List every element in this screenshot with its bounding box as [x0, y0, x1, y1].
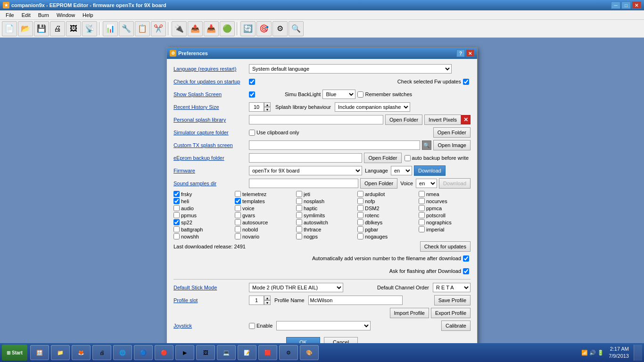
menu-help[interactable]: Help [79, 10, 97, 20]
menu-edit[interactable]: Edit [18, 10, 34, 20]
fw-checkbox-ppmca[interactable] [419, 205, 425, 211]
firmware-download-btn[interactable]: Download [414, 165, 446, 176]
invert-pixels-btn[interactable]: Invert Pixels [424, 115, 461, 125]
ask-flashing-checkbox[interactable] [463, 268, 469, 274]
simulator-open-folder-btn[interactable]: Open Folder [433, 127, 471, 138]
taskbar-app-word[interactable]: 📝 [238, 345, 256, 360]
toolbar-search[interactable]: 🔍 [289, 21, 304, 36]
calibrate-btn[interactable]: Calibrate [441, 321, 471, 331]
show-splash-checkbox[interactable] [249, 91, 255, 98]
profile-name-input[interactable] [308, 296, 403, 305]
toolbar-connect[interactable]: 🔌 [172, 21, 187, 36]
custom-tx-browse-btn[interactable]: 🔍 [422, 140, 431, 150]
firmware-lang-select[interactable]: en fr de [391, 166, 412, 175]
toolbar-splash[interactable]: 🖼 [66, 21, 81, 36]
toolbar-download-fw[interactable]: 📥 [204, 21, 219, 36]
fw-checkbox-jeti[interactable] [296, 191, 302, 197]
check-updates-btn[interactable]: Check for updates [420, 241, 471, 252]
taskbar-clock[interactable]: 2:17 AM 7/9/2013 [609, 346, 629, 360]
toolbar-save[interactable]: 💾 [34, 21, 49, 36]
fw-checkbox-autosource[interactable] [235, 219, 241, 225]
fw-checkbox-nocurves[interactable] [419, 198, 425, 204]
show-desktop-btn[interactable] [634, 345, 642, 361]
fw-checkbox-battgraph[interactable] [173, 226, 180, 232]
profile-spin-up[interactable]: ▲ [264, 296, 271, 300]
personal-splash-input[interactable] [249, 115, 383, 124]
fw-checkbox-nofp[interactable] [357, 198, 363, 204]
profile-number-input[interactable] [249, 296, 264, 305]
taskbar-app-explorer[interactable]: 🪟 [30, 345, 49, 360]
sound-samples-input[interactable] [249, 179, 358, 188]
fw-checkbox-autoswitch[interactable] [296, 219, 302, 225]
toolbar-clipboard[interactable]: 📋 [135, 21, 150, 36]
taskbar-app-chrome[interactable]: 🌐 [113, 345, 132, 360]
fw-checkbox-audio[interactable] [173, 205, 180, 211]
fw-checkbox-nogps[interactable] [296, 233, 302, 239]
channel-order-select[interactable]: R E T A T E R A [433, 283, 471, 292]
toolbar-simulate[interactable]: 🔄 [240, 21, 256, 36]
toolbar-green[interactable]: 🟢 [220, 21, 235, 36]
toolbar-upload[interactable]: 📤 [188, 21, 203, 36]
export-profile-btn[interactable]: Export Profile [431, 308, 471, 318]
toolbar-table[interactable]: 📊 [103, 21, 118, 36]
firmware-select[interactable]: openTx for 9X board openTx for 9X+ openT… [249, 166, 362, 175]
fw-checkbox-nosplash[interactable] [296, 198, 302, 204]
fw-checkbox-nmea[interactable] [419, 191, 425, 197]
joystick-select[interactable] [276, 321, 371, 330]
toolbar-open[interactable]: 📂 [18, 21, 33, 36]
remember-switches-checkbox[interactable] [357, 91, 363, 98]
dialog-close-button[interactable]: ✕ [466, 49, 474, 57]
toolbar-wrench[interactable]: 🔧 [119, 21, 134, 36]
spin-up[interactable]: ▲ [264, 102, 271, 107]
import-profile-btn[interactable]: Import Profile [390, 308, 429, 318]
fw-checkbox-ardupilot[interactable] [357, 191, 363, 197]
taskbar-app-acrobat[interactable]: 🔴 [155, 345, 173, 360]
fw-checkbox-potscroll[interactable] [419, 212, 425, 218]
taskbar-app-hp[interactable]: 🖨 [92, 345, 111, 360]
profile-spin-down[interactable]: ▼ [264, 300, 271, 305]
simu-backlight-select[interactable]: Blue Red Green [322, 90, 355, 99]
toolbar-read[interactable]: 📡 [82, 21, 97, 36]
start-button[interactable]: ⊞ Start [2, 345, 27, 361]
toolbar-logo[interactable]: 🎯 [256, 21, 272, 36]
custom-tx-input[interactable] [249, 140, 420, 150]
sound-download-btn[interactable]: Download [439, 178, 471, 189]
check-selected-fw-checkbox[interactable] [463, 79, 469, 85]
fw-checkbox-nographics[interactable] [419, 219, 425, 225]
fw-checkbox-dblkeys[interactable] [357, 219, 363, 225]
fw-checkbox-telemetrez[interactable] [235, 191, 241, 197]
auto-version-checkbox[interactable] [463, 255, 469, 262]
restore-button[interactable]: □ [621, 1, 631, 9]
fw-checkbox-nobold[interactable] [235, 226, 241, 232]
taskbar-app-remote[interactable]: 💻 [217, 345, 236, 360]
splash-library-select[interactable]: Include companion splashes Exclude compa… [335, 102, 410, 112]
taskbar-app-folder[interactable]: 📁 [51, 345, 70, 360]
stick-mode-select[interactable]: Mode 2 (RUD THR ELE AIL) Mode 1 [249, 283, 343, 292]
fw-checkbox-rotenc[interactable] [357, 212, 363, 218]
fw-checkbox-symlimits[interactable] [296, 212, 302, 218]
eeprom-backup-input[interactable] [249, 153, 362, 163]
language-select[interactable]: System default language [249, 64, 452, 74]
menu-window[interactable]: Window [53, 10, 79, 20]
fw-checkbox-thrtrace[interactable] [296, 226, 302, 232]
close-button[interactable]: ✕ [632, 1, 641, 9]
menu-burn[interactable]: Burn [34, 10, 53, 20]
auto-backup-checkbox[interactable] [405, 155, 411, 161]
save-profile-btn[interactable]: Save Profile [434, 295, 471, 305]
fw-checkbox-imperial[interactable] [419, 226, 425, 232]
toolbar-settings[interactable]: ⚙ [272, 21, 288, 36]
recent-history-input[interactable] [249, 102, 264, 112]
taskbar-app-paint[interactable]: 🎨 [300, 345, 319, 360]
check-updates-checkbox[interactable] [249, 79, 255, 85]
fw-checkbox-ppmus[interactable] [173, 212, 180, 218]
minimize-button[interactable]: ─ [611, 1, 620, 9]
fw-checkbox-templates[interactable] [235, 198, 241, 204]
fw-checkbox-sp22[interactable] [173, 219, 180, 225]
fw-checkbox-pgbar[interactable] [357, 226, 363, 232]
fw-checkbox-novario[interactable] [235, 233, 241, 239]
taskbar-app-colorbox[interactable]: 🟥 [258, 345, 277, 360]
sound-open-folder-btn[interactable]: Open Folder [360, 178, 397, 189]
taskbar-app-photo[interactable]: 🖼 [196, 345, 215, 360]
fw-checkbox-frsky[interactable] [173, 191, 180, 197]
fw-checkbox-voice[interactable] [235, 205, 241, 211]
